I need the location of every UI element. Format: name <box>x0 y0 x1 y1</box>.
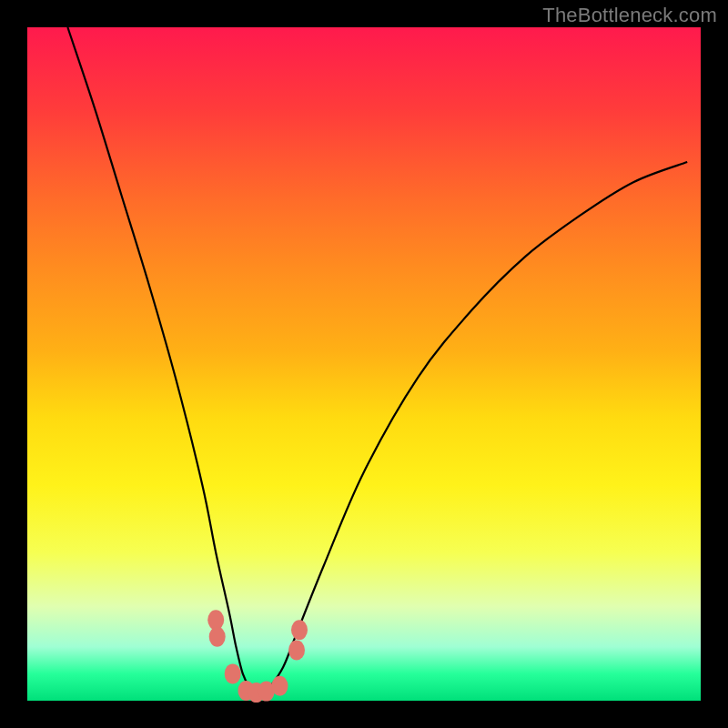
marker-dot <box>209 627 226 647</box>
chart-frame: TheBottleneck.com <box>0 0 728 728</box>
bottleneck-curve <box>67 27 687 695</box>
marker-dot <box>288 641 305 661</box>
curve-svg <box>27 27 701 701</box>
plot-area <box>27 27 701 701</box>
marker-dot <box>272 676 288 696</box>
marker-dot <box>225 663 241 683</box>
marker-dot <box>291 620 308 640</box>
watermark-text: TheBottleneck.com <box>542 4 717 27</box>
highlight-markers <box>207 610 308 703</box>
